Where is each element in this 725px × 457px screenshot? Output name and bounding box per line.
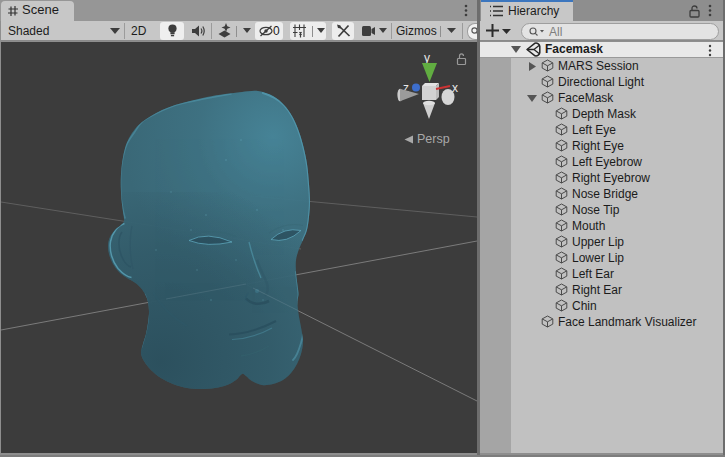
svg-text:Persp: Persp: [417, 132, 450, 146]
svg-text:y: y: [424, 51, 430, 65]
svg-text:x: x: [452, 81, 458, 95]
